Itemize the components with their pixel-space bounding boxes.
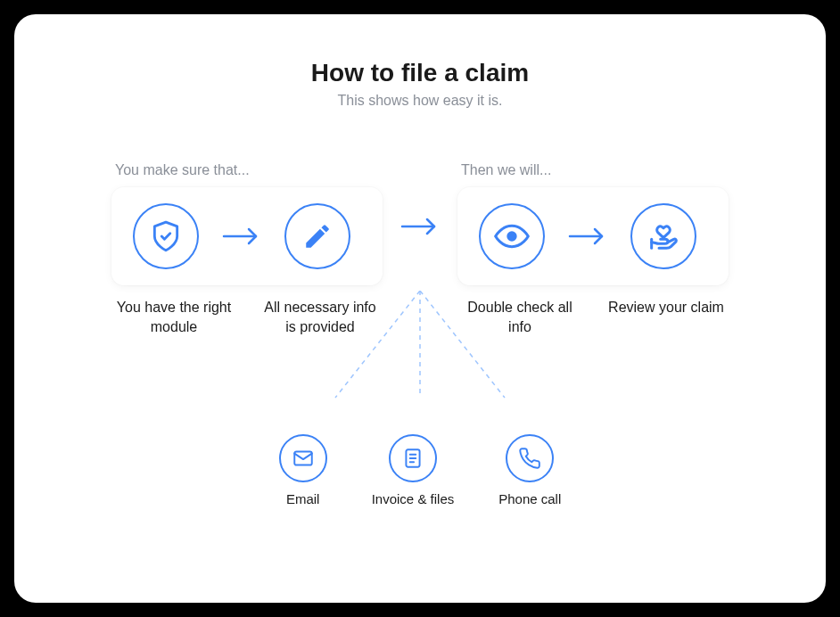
arrow-icon: [220, 226, 263, 247]
middle-arrow-column: [399, 162, 441, 237]
group-user-label: You make sure that...: [111, 162, 383, 178]
step-doublecheck-label: Double check all info: [457, 298, 582, 336]
group-company-box: [457, 187, 729, 285]
company-step-labels: Double check all info Review your claim: [457, 298, 729, 336]
step-info: [284, 203, 350, 269]
group-company-label: Then we will...: [457, 162, 729, 178]
step-review: [630, 203, 696, 269]
arrow-icon: [566, 226, 609, 247]
channel-email-label: Email: [286, 491, 320, 506]
info-card: How to file a claim This shows how easy …: [14, 14, 826, 603]
channel-email: Email: [279, 434, 327, 506]
phone-icon: [506, 434, 554, 482]
flow-row: You make sure that... You have the r: [50, 162, 790, 336]
step-module-label: You have the right module: [111, 298, 236, 336]
step-doublecheck: [479, 203, 545, 269]
step-review-label: Review your claim: [604, 298, 729, 336]
svg-point-2: [508, 233, 515, 240]
hand-heart-icon: [630, 203, 696, 269]
mail-icon: [279, 434, 327, 482]
channels-row: Email Invoice & files Phone call: [50, 434, 790, 506]
arrow-icon: [399, 216, 441, 237]
user-step-labels: You have the right module All necessary …: [111, 298, 383, 336]
header: How to file a claim This shows how easy …: [50, 59, 790, 109]
group-user-box: [111, 187, 383, 285]
step-info-label: All necessary info is provided: [258, 298, 383, 336]
page-subtitle: This shows how easy it is.: [50, 93, 790, 109]
group-company: Then we will...: [457, 162, 729, 336]
pencil-icon: [284, 203, 350, 269]
channel-files-label: Invoice & files: [372, 491, 455, 506]
file-text-icon: [389, 434, 437, 482]
channel-phone: Phone call: [498, 434, 561, 506]
page-title: How to file a claim: [50, 59, 790, 87]
channel-phone-label: Phone call: [498, 491, 561, 506]
eye-icon: [479, 203, 545, 269]
step-module: [133, 203, 199, 269]
group-user: You make sure that... You have the r: [111, 162, 383, 336]
channel-files: Invoice & files: [372, 434, 455, 506]
shield-check-icon: [133, 203, 199, 269]
